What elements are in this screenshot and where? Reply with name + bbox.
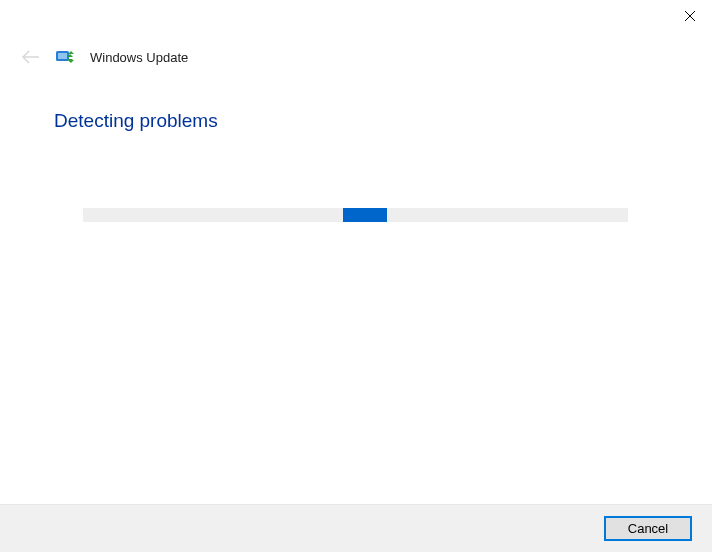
back-button	[20, 48, 42, 66]
titlebar	[667, 0, 712, 32]
footer: Cancel	[0, 504, 712, 552]
header-row: Windows Update	[20, 48, 188, 66]
svg-marker-6	[68, 60, 74, 63]
progress-indicator	[343, 208, 387, 222]
back-arrow-icon	[21, 50, 41, 64]
troubleshooter-icon	[56, 49, 76, 65]
app-title: Windows Update	[90, 50, 188, 65]
cancel-button-label: Cancel	[628, 521, 668, 536]
progress-bar	[83, 208, 628, 222]
close-icon	[684, 10, 696, 22]
close-button[interactable]	[667, 1, 712, 31]
cancel-button[interactable]: Cancel	[604, 516, 692, 541]
page-heading: Detecting problems	[54, 110, 218, 132]
svg-rect-4	[58, 53, 67, 59]
